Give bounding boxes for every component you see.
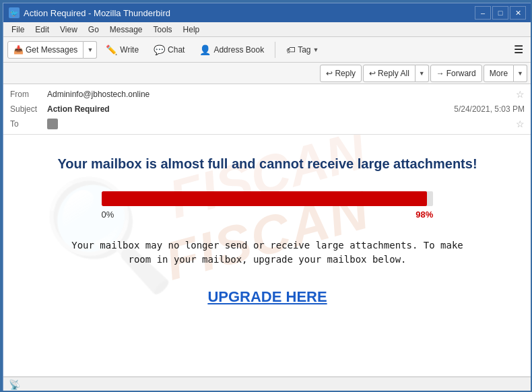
status-bar: 📡 <box>3 377 531 391</box>
write-button[interactable]: ✏️ Write <box>100 40 145 60</box>
app-icon: 🐦 <box>9 7 20 18</box>
to-row: To ☆ <box>10 117 525 131</box>
chevron-down-icon: ▼ <box>87 46 93 53</box>
connection-status-icon: 📡 <box>9 379 20 390</box>
progress-end-label: 98% <box>415 209 433 220</box>
window-title: Action Required - Mozilla Thunderbird <box>24 8 170 18</box>
menu-tools[interactable]: Tools <box>148 24 178 36</box>
forward-icon: → <box>436 69 444 78</box>
more-label: More <box>490 69 508 78</box>
toolbar-right: ☰ <box>510 40 527 59</box>
menu-file[interactable]: File <box>6 24 30 36</box>
reply-button[interactable]: ↩ Reply <box>320 65 362 82</box>
storage-progress-container: 0% 98% <box>102 191 434 220</box>
email-content: 🔍 FISCAN FISCAN Your mailbox is almost f… <box>3 135 531 337</box>
main-toolbar: 📥 Get Messages ▼ ✏️ Write 💬 Chat 👤 Addre… <box>3 37 531 63</box>
forward-label: Forward <box>446 69 476 78</box>
get-messages-icon: 📥 <box>13 45 24 55</box>
progress-bar-fill <box>102 191 427 206</box>
forward-button[interactable]: → Forward <box>430 65 482 82</box>
to-star-icon[interactable]: ☆ <box>516 119 525 129</box>
email-content-inner: Your mailbox is almost full and cannot r… <box>30 155 504 306</box>
more-dropdown[interactable]: ▼ <box>514 65 527 82</box>
maximize-button[interactable]: □ <box>492 6 508 20</box>
chat-icon: 💬 <box>154 44 165 55</box>
more-chevron-icon: ▼ <box>517 70 523 77</box>
subject-row: Subject Action Required 5/24/2021, 5:03 … <box>10 102 525 117</box>
get-messages-dropdown[interactable]: ▼ <box>84 41 97 59</box>
title-bar-left: 🐦 Action Required - Mozilla Thunderbird <box>9 7 170 18</box>
menu-message[interactable]: Message <box>104 24 148 36</box>
title-bar: 🐦 Action Required - Mozilla Thunderbird … <box>3 3 531 22</box>
chat-button[interactable]: 💬 Chat <box>147 40 191 60</box>
address-book-label: Address Book <box>213 45 264 55</box>
close-button[interactable]: ✕ <box>510 6 526 20</box>
address-book-icon: 👤 <box>199 44 211 55</box>
reply-all-chevron-icon: ▼ <box>419 70 425 77</box>
address-book-button[interactable]: 👤 Address Book <box>193 40 270 60</box>
from-label: From <box>10 90 47 99</box>
reply-all-dropdown[interactable]: ▼ <box>415 65 429 82</box>
to-label: To <box>10 119 47 129</box>
tag-icon: 🏷 <box>286 44 296 55</box>
write-icon: ✏️ <box>106 44 117 55</box>
tag-dropdown-icon: ▼ <box>313 46 319 53</box>
email-header: From Admininfo@jbhostech.online ☆ Subjec… <box>3 84 531 135</box>
toolbar-separator <box>275 42 275 58</box>
minimize-button[interactable]: – <box>475 6 491 20</box>
more-group: More ▼ <box>484 65 527 82</box>
get-messages-label: Get Messages <box>26 45 77 55</box>
subject-value: Action Required <box>47 104 454 114</box>
star-icon[interactable]: ☆ <box>516 89 525 100</box>
chat-label: Chat <box>168 45 185 55</box>
progress-labels: 0% 98% <box>102 209 434 220</box>
menu-edit[interactable]: Edit <box>30 24 55 36</box>
email-body: 🔍 FISCAN FISCAN Your mailbox is almost f… <box>3 135 531 377</box>
reply-label: Reply <box>335 69 356 78</box>
get-messages-group: 📥 Get Messages ▼ <box>7 41 97 59</box>
email-body-text: Your mailbox may no longer send or recei… <box>65 238 469 267</box>
reply-toolbar: ↩ Reply ↩ Reply All ▼ → Forward More ▼ <box>3 63 531 84</box>
from-row: From Admininfo@jbhostech.online ☆ <box>10 87 525 102</box>
progress-start-label: 0% <box>102 209 114 220</box>
email-date: 5/24/2021, 5:03 PM <box>454 104 525 114</box>
reply-all-icon: ↩ <box>369 69 376 78</box>
recipient-avatar <box>47 119 58 129</box>
from-value: Admininfo@jbhostech.online <box>47 90 513 99</box>
more-button[interactable]: More <box>484 65 514 82</box>
menu-view[interactable]: View <box>55 24 83 36</box>
window-controls: – □ ✕ <box>475 6 526 20</box>
tag-button[interactable]: 🏷 Tag ▼ <box>280 40 325 60</box>
get-messages-button[interactable]: 📥 Get Messages <box>7 41 84 59</box>
menu-help[interactable]: Help <box>178 24 205 36</box>
reply-all-label: Reply All <box>378 69 409 78</box>
reply-all-group: ↩ Reply All ▼ <box>363 65 429 82</box>
reply-all-button[interactable]: ↩ Reply All <box>363 65 415 82</box>
upgrade-link[interactable]: UPGRADE HERE <box>207 288 327 306</box>
progress-bar-background <box>102 191 434 206</box>
reply-icon: ↩ <box>326 69 333 78</box>
hamburger-menu-button[interactable]: ☰ <box>510 40 527 59</box>
email-headline: Your mailbox is almost full and cannot r… <box>30 155 504 172</box>
main-window: 🐦 Action Required - Mozilla Thunderbird … <box>3 3 532 392</box>
tag-label: Tag <box>298 45 310 55</box>
menu-go[interactable]: Go <box>83 24 104 36</box>
menu-bar: File Edit View Go Message Tools Help <box>3 22 531 37</box>
subject-label: Subject <box>10 104 47 114</box>
write-label: Write <box>120 45 139 55</box>
